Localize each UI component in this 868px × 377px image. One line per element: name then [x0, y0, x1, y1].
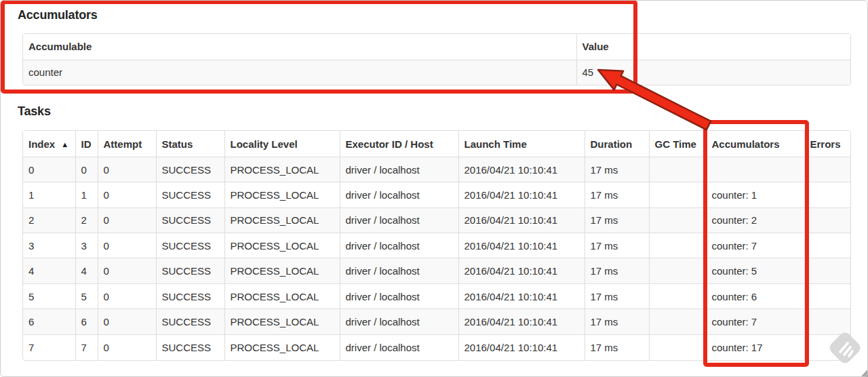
- cell-accumulators: counter: 7: [706, 309, 804, 334]
- cell-duration: 17 ms: [585, 182, 649, 207]
- cell-attempt: 0: [98, 157, 156, 182]
- cell-status: SUCCESS: [156, 283, 224, 309]
- cell-duration: 17 ms: [585, 207, 649, 233]
- corner-watermark-fragment: [861, 369, 868, 377]
- cell-errors: [804, 258, 850, 283]
- cell-errors: [804, 309, 850, 334]
- tasks-table: Index▲ ID Attempt Status Locality Level …: [22, 130, 851, 360]
- column-header-errors[interactable]: Errors: [804, 131, 850, 157]
- cell-launch-time: 2016/04/21 10:10:41: [458, 182, 585, 207]
- cell-id: 7: [75, 334, 98, 359]
- cell-launch-time: 2016/04/21 10:10:41: [458, 157, 585, 182]
- cell-duration: 17 ms: [585, 157, 649, 182]
- cell-gc-time: [649, 334, 706, 359]
- cell-gc-time: [649, 207, 706, 233]
- cell-accumulators: counter: 6: [706, 283, 804, 309]
- cell-index: 0: [23, 157, 75, 182]
- cell-index: 6: [23, 309, 75, 334]
- cell-id: 2: [75, 207, 98, 233]
- column-header-executor-id-host[interactable]: Executor ID / Host: [340, 131, 458, 157]
- tasks-section-title: Tasks: [18, 104, 868, 119]
- cell-locality-level: PROCESS_LOCAL: [224, 258, 340, 283]
- column-header-gc-time[interactable]: GC Time: [649, 131, 706, 157]
- cell-id: 0: [75, 157, 98, 182]
- column-header-accumulable[interactable]: Accumulable: [23, 34, 576, 60]
- accumulators-header-row: Accumulable Value: [23, 34, 850, 60]
- cell-executor-id-host: driver / localhost: [340, 182, 458, 207]
- cell-gc-time: [649, 233, 706, 258]
- cell-id: 6: [75, 309, 98, 334]
- cell-executor-id-host: driver / localhost: [340, 258, 458, 283]
- column-header-index[interactable]: Index▲: [23, 131, 75, 157]
- column-header-status[interactable]: Status: [156, 131, 224, 157]
- cell-locality-level: PROCESS_LOCAL: [224, 233, 340, 258]
- cell-errors: [804, 233, 850, 258]
- column-header-attempt[interactable]: Attempt: [98, 131, 156, 157]
- cell-accumulators: counter: 17: [706, 334, 804, 359]
- column-header-id[interactable]: ID: [75, 131, 98, 157]
- cell-index: 7: [23, 334, 75, 359]
- cell-launch-time: 2016/04/21 10:10:41: [458, 334, 585, 359]
- table-row: 110SUCCESSPROCESS_LOCALdriver / localhos…: [23, 182, 850, 207]
- cell-status: SUCCESS: [156, 334, 224, 359]
- cell-attempt: 0: [98, 182, 156, 207]
- cell-locality-level: PROCESS_LOCAL: [224, 309, 340, 334]
- cell-attempt: 0: [98, 258, 156, 283]
- column-header-value[interactable]: Value: [576, 34, 850, 60]
- cell-index: 4: [23, 258, 75, 283]
- cell-attempt: 0: [98, 207, 156, 233]
- table-row: 440SUCCESSPROCESS_LOCALdriver / localhos…: [23, 258, 850, 283]
- cell-status: SUCCESS: [156, 157, 224, 182]
- cell-status: SUCCESS: [156, 258, 224, 283]
- cell-status: SUCCESS: [156, 233, 224, 258]
- cell-executor-id-host: driver / localhost: [340, 207, 458, 233]
- cell-executor-id-host: driver / localhost: [340, 157, 458, 182]
- cell-errors: [804, 283, 850, 309]
- cell-duration: 17 ms: [585, 283, 649, 309]
- cell-duration: 17 ms: [585, 258, 649, 283]
- cell-duration: 17 ms: [585, 309, 649, 334]
- table-row: 770SUCCESSPROCESS_LOCALdriver / localhos…: [23, 334, 850, 359]
- cell-status: SUCCESS: [156, 309, 224, 334]
- column-header-accumulators[interactable]: Accumulators: [706, 131, 804, 157]
- column-header-duration[interactable]: Duration: [585, 131, 649, 157]
- cell-accumulators: counter: 5: [706, 258, 804, 283]
- cell-gc-time: [649, 309, 706, 334]
- cell-gc-time: [649, 258, 706, 283]
- cell-locality-level: PROCESS_LOCAL: [224, 157, 340, 182]
- cell-gc-time: [649, 283, 706, 309]
- cell-attempt: 0: [98, 233, 156, 258]
- cell-locality-level: PROCESS_LOCAL: [224, 334, 340, 359]
- cell-gc-time: [649, 157, 706, 182]
- cell-gc-time: [649, 182, 706, 207]
- cell-status: SUCCESS: [156, 207, 224, 233]
- cell-launch-time: 2016/04/21 10:10:41: [458, 233, 585, 258]
- page-content: Accumulators Accumulable Value counter45…: [0, 8, 868, 361]
- cell-executor-id-host: driver / localhost: [340, 309, 458, 334]
- accumulators-section-title: Accumulators: [18, 8, 868, 22]
- sort-ascending-icon: ▲: [61, 140, 68, 148]
- cell-duration: 17 ms: [585, 233, 649, 258]
- table-row: 660SUCCESSPROCESS_LOCALdriver / localhos…: [23, 309, 850, 334]
- table-row: 220SUCCESSPROCESS_LOCALdriver / localhos…: [23, 207, 850, 233]
- cell-index: 5: [23, 283, 75, 309]
- cell-accumulable: counter: [23, 60, 576, 85]
- tasks-header-row: Index▲ ID Attempt Status Locality Level …: [23, 131, 850, 157]
- column-header-locality-level[interactable]: Locality Level: [224, 131, 340, 157]
- table-row: 330SUCCESSPROCESS_LOCALdriver / localhos…: [23, 233, 850, 258]
- cell-launch-time: 2016/04/21 10:10:41: [458, 309, 585, 334]
- column-header-launch-time[interactable]: Launch Time: [458, 131, 585, 157]
- cell-errors: [804, 157, 850, 182]
- cell-attempt: 0: [98, 283, 156, 309]
- cell-attempt: 0: [98, 334, 156, 359]
- cell-accumulators: [706, 157, 804, 182]
- cell-launch-time: 2016/04/21 10:10:41: [458, 207, 585, 233]
- cell-index: 1: [23, 182, 75, 207]
- cell-index: 3: [23, 233, 75, 258]
- cell-id: 3: [75, 233, 98, 258]
- column-header-index-label: Index: [28, 138, 55, 150]
- cell-executor-id-host: driver / localhost: [340, 283, 458, 309]
- cell-status: SUCCESS: [156, 182, 224, 207]
- table-row: 000SUCCESSPROCESS_LOCALdriver / localhos…: [23, 157, 850, 182]
- table-row: 550SUCCESSPROCESS_LOCALdriver / localhos…: [23, 283, 850, 309]
